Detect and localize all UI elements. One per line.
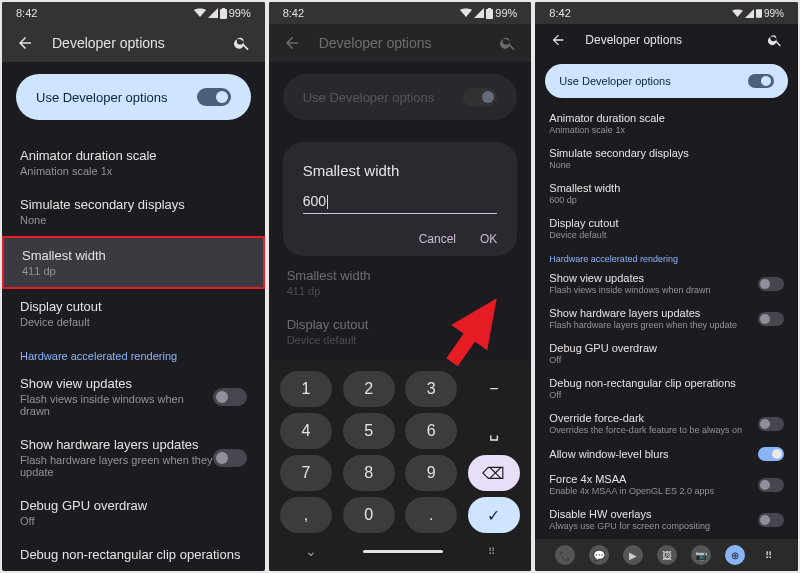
phone-icon[interactable]: 📞 [555,545,575,565]
battery-percent: 99% [229,7,251,19]
show-hardware-layers-updates[interactable]: Show hardware layers updates Flash hardw… [2,427,265,488]
key-dash[interactable]: − [468,371,520,407]
content: Use Developer options Smallest width 411… [269,62,532,571]
signal-icon [474,8,484,18]
toggle-switch-icon[interactable] [758,417,784,431]
messages-icon[interactable]: 💬 [589,545,609,565]
app-bar: Developer options [535,24,798,56]
status-time: 8:42 [283,7,304,19]
simulate-secondary-displays[interactable]: Simulate secondary displaysNone [535,141,798,176]
app-bar: Developer options [2,24,265,62]
page-title: Developer options [52,35,215,51]
debug-clip-operations[interactable]: Debug non-rectangular clip operationsOff [535,371,798,406]
display-cutout[interactable]: Display cutout Device default [2,289,265,338]
use-developer-options-toggle[interactable]: Use Developer options [545,64,788,98]
toggle-switch-icon [197,88,231,106]
page-title: Developer options [319,35,482,51]
key-3[interactable]: 3 [405,371,457,407]
smallest-width-highlighted[interactable]: Smallest width 411 dp [2,236,265,289]
toggle-switch-icon [748,74,774,88]
search-icon[interactable] [766,31,784,49]
camera-icon[interactable]: 📷 [691,545,711,565]
search-icon[interactable] [233,34,251,52]
key-0[interactable]: 0 [343,497,395,533]
toggle-switch-icon[interactable] [213,449,247,467]
master-toggle-label: Use Developer options [36,90,168,105]
simulate-secondary-displays[interactable]: Simulate secondary displays None [2,187,265,236]
key-2[interactable]: 2 [343,371,395,407]
section-hardware-rendering: Hardware accelerated rendering [535,246,798,266]
key-comma[interactable]: , [280,497,332,533]
status-icons: 99% [194,7,251,19]
play-icon[interactable]: ▶ [623,545,643,565]
battery-percent: 99% [764,8,784,19]
debug-gpu-overdraw[interactable]: Debug GPU overdrawOff [535,336,798,371]
use-developer-options-toggle[interactable]: Use Developer options [16,74,251,120]
key-space[interactable]: ␣ [468,413,520,449]
key-6[interactable]: 6 [405,413,457,449]
svg-rect-1 [222,8,225,10]
page-title: Developer options [585,33,748,47]
force-4x-msaa[interactable]: Force 4x MSAAEnable 4x MSAA in OpenGL ES… [535,467,798,502]
status-bar: 8:42 99% [269,2,532,24]
bottom-nav: 📞 💬 ▶ 🖼 📷 ⊕ ⠿ [535,539,798,571]
override-force-dark[interactable]: Override force-darkOverrides the force-d… [535,406,798,441]
use-developer-options-toggle: Use Developer options [283,74,518,120]
animator-duration-scale[interactable]: Animator duration scale Animation scale … [2,138,265,187]
key-4[interactable]: 4 [280,413,332,449]
key-1[interactable]: 1 [280,371,332,407]
screen-2: 8:42 99% Developer options Use Developer… [269,2,532,571]
numeric-keyboard: 1 2 3 − 4 5 6 ␣ 7 8 9 ⌫ , 0 . ✓ [269,361,532,571]
status-bar: 8:42 99% [2,2,265,24]
display-cutout[interactable]: Display cutoutDevice default [535,211,798,246]
nav-handle[interactable] [363,550,443,553]
disable-hw-overlays[interactable]: Disable HW overlaysAlways use GPU for sc… [535,502,798,537]
apps-icon[interactable]: ⠿ [759,545,779,565]
toggle-switch-icon[interactable] [758,447,784,461]
battery-percent: 99% [495,7,517,19]
key-9[interactable]: 9 [405,455,457,491]
back-icon [283,34,301,52]
keyboard-mode-icon[interactable]: ⠿ [488,546,495,557]
battery-icon [486,8,493,19]
svg-rect-2 [486,9,493,19]
animator-duration-scale[interactable]: Animator duration scaleAnimation scale 1… [535,106,798,141]
signal-icon [208,8,218,18]
back-icon[interactable] [16,34,34,52]
svg-rect-4 [756,9,762,18]
svg-rect-0 [220,9,227,19]
back-icon[interactable] [549,31,567,49]
key-8[interactable]: 8 [343,455,395,491]
show-view-updates[interactable]: Show view updates Flash views inside win… [2,366,265,427]
svg-rect-3 [488,8,491,10]
show-hardware-layers-updates[interactable]: Show hardware layers updatesFlash hardwa… [535,301,798,336]
content: Use Developer options Animator duration … [535,56,798,571]
key-7[interactable]: 7 [280,455,332,491]
status-time: 8:42 [16,7,37,19]
toggle-switch-icon[interactable] [758,513,784,527]
toggle-switch-icon[interactable] [213,388,247,406]
toggle-switch-icon[interactable] [758,277,784,291]
toggle-switch-icon [463,88,497,106]
debug-gpu-overdraw[interactable]: Debug GPU overdraw Off [2,488,265,537]
key-enter[interactable]: ✓ [468,497,520,533]
debug-clip-operations[interactable]: Debug non-rectangular clip operations [2,537,265,571]
key-backspace[interactable]: ⌫ [468,455,520,491]
browser-icon[interactable]: ⊕ [725,545,745,565]
master-toggle-label: Use Developer options [303,90,435,105]
toggle-switch-icon[interactable] [758,478,784,492]
key-5[interactable]: 5 [343,413,395,449]
allow-window-level-blurs[interactable]: Allow window-level blurs [535,441,798,467]
gallery-icon[interactable]: 🖼 [657,545,677,565]
key-period[interactable]: . [405,497,457,533]
wifi-icon [194,8,206,18]
content: Use Developer options Animator duration … [2,62,265,571]
toggle-switch-icon[interactable] [758,312,784,326]
show-view-updates[interactable]: Show view updatesFlash views inside wind… [535,266,798,301]
smallest-width[interactable]: Smallest width600 dp [535,176,798,211]
status-icons: 99% [460,7,517,19]
master-toggle-label: Use Developer options [559,75,670,87]
screen-3: 8:42 99% Developer options Use Developer… [535,2,798,571]
status-time: 8:42 [549,7,570,19]
keyboard-collapse-icon[interactable]: ⌄ [305,543,317,559]
